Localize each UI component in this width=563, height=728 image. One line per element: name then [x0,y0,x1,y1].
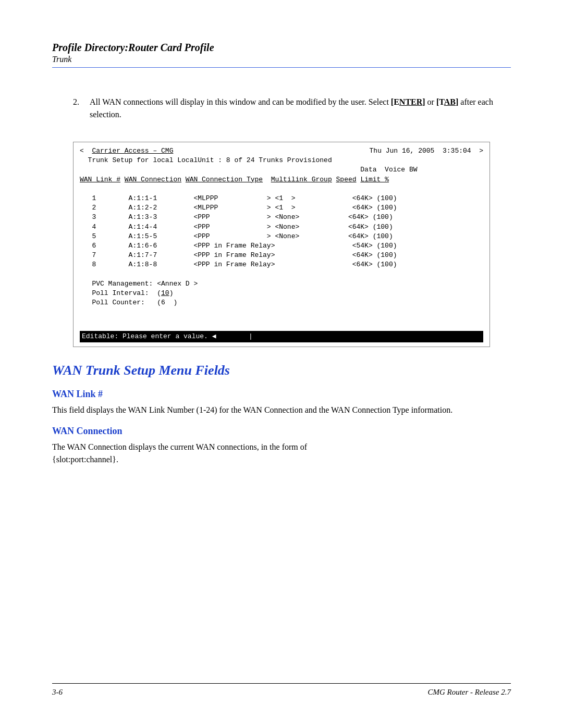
status-bar: Editable: Please enter a value. ◀ | [80,331,483,342]
terminal-title: Carrier Access – CMG [92,147,173,155]
poll-interval: Poll Interval: (10) [80,289,483,298]
row-6: 6 A:1:6-6 <PPP in Frame Relay> <54K> (10… [80,241,483,251]
row-5: 5 A:1:5-5 <PPP > <None> <64K> (100) [80,232,483,241]
header-subtitle: Trunk [52,55,511,64]
spacer2 [80,269,483,279]
spacer4 [80,317,483,326]
terminal-nav: < Carrier Access – CMG Thu Jun 16, 2005 … [80,146,483,156]
spacer1 [80,184,483,194]
row-7: 7 A:1:7-7 <PPP in Frame Relay> <64K> (10… [80,251,483,260]
poll-counter: Poll Counter: (6 ) [80,298,483,307]
row-3: 3 A:1:3-3 <PPP > <None> <64K> (100) [80,213,483,222]
tab-key: [TAB] [436,97,458,106]
footer-product-name: CMG Router - Release 2.7 [427,688,511,697]
list-number: 2. [73,96,83,121]
header-section: Profile Directory:Router Card Profile Tr… [52,42,511,80]
enter-key: [ENTER] [391,97,425,106]
pvc-management: PVC Management: <Annex D > [80,279,483,289]
wan-connection-subheading: WAN Connection [52,426,511,437]
footer: 3-6 CMG Router - Release 2.7 [52,683,511,697]
header-divider [52,67,511,68]
wan-trunk-heading: WAN Trunk Setup Menu Fields [52,363,511,378]
intro-text: All WAN connections will display in this… [90,96,511,121]
terminal-content: < Carrier Access – CMG Thu Jun 16, 2005 … [74,142,489,347]
header-title: Profile Directory:Router Card Profile [52,42,511,54]
row-8: 8 A:1:8-8 <PPP in Frame Relay> <64K> (10… [80,260,483,269]
terminal-box: < Carrier Access – CMG Thu Jun 16, 2005 … [73,142,490,347]
wan-connection-text1: The WAN Connection displays the current … [52,442,307,451]
col-headers: WAN Link # WAN Connection WAN Connection… [80,175,483,184]
wan-connection-text2: {slot:port:channel}. [52,455,118,464]
wan-trunk-section: WAN Trunk Setup Menu Fields WAN Link # T… [52,363,511,475]
body-intro: 2. All WAN connections will display in t… [73,96,511,121]
wan-connection-text: The WAN Connection displays the current … [52,441,511,466]
trunk-info-line: Trunk Setup for local LocalUnit : 8 of 2… [80,156,483,165]
nav-left: < Carrier Access – CMG [80,146,173,156]
terminal-datetime: Thu Jun 16, 2005 3:35:04 > [370,146,483,156]
wan-link-text: This field displays the WAN Link Number … [52,404,511,416]
footer-page-number: 3-6 [52,688,63,697]
page: Profile Directory:Router Card Profile Tr… [0,0,563,728]
wan-link-subheading: WAN Link # [52,389,511,400]
row-4: 4 A:1:4-4 <PPP > <None> <64K> (100) [80,223,483,232]
row-2: 2 A:1:2-2 <MLPPP > <1 > <64K> (100) [80,203,483,213]
col-data-voice: Data Voice BW [80,165,483,175]
row-1: 1 A:1:1-1 <MLPPP > <1 > <64K> (100) [80,194,483,203]
spacer3 [80,307,483,317]
